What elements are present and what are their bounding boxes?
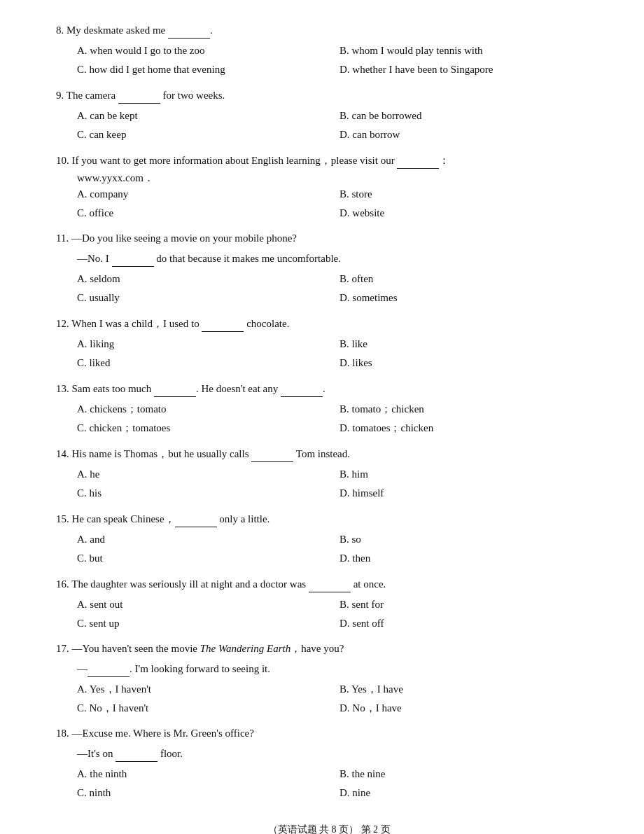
question-stem-line2: — . I'm looking forward to seeing it. <box>77 660 602 677</box>
option-c: C. how did I get home that evening <box>77 60 340 79</box>
option-a: A. he <box>77 465 340 484</box>
question-15: 15. He can speak Chinese， only a little.… <box>56 510 602 568</box>
option-b: B. so <box>340 530 602 549</box>
question-stem: 10. If you want to get more information … <box>56 151 602 169</box>
footer: （英语试题 共 8 页） 第 2 页 <box>56 823 602 834</box>
option-d: D. then <box>340 549 602 568</box>
options: A. chickens；tomatoB. tomato；chickenC. ch… <box>77 400 602 438</box>
option-c: C. No，I haven't <box>77 699 340 718</box>
option-a: A. the ninth <box>77 765 340 784</box>
question-stem: 14. His name is Thomas，but he usually ca… <box>56 445 602 462</box>
options: A. Yes，I haven'tB. Yes，I haveC. No，I hav… <box>77 680 602 718</box>
option-a: A. can be kept <box>77 106 340 125</box>
option-b: B. tomato；chicken <box>340 400 602 419</box>
option-a: A. company <box>77 185 340 204</box>
question-stem: 13. Sam eats too much . He doesn't eat a… <box>56 380 602 397</box>
option-c: C. his <box>77 484 340 503</box>
question-12: 12. When I was a child，I used to chocola… <box>56 314 602 373</box>
question-stem-line2: —It's on floor. <box>77 744 602 762</box>
options: A. seldomB. oftenC. usuallyD. sometimes <box>77 270 602 307</box>
question-stem: 16. The daughter was seriously ill at ni… <box>56 575 602 592</box>
question-14: 14. His name is Thomas，but he usually ca… <box>56 445 602 503</box>
question-11: 11. —Do you like seeing a movie on your … <box>56 230 602 307</box>
question-stem-line2: —No. I do that because it makes me uncom… <box>77 249 602 267</box>
options: A. when would I go to the zooB. whom I w… <box>77 41 602 79</box>
option-b: B. can be borrowed <box>340 106 602 125</box>
option-d: D. tomatoes；chicken <box>340 419 602 438</box>
option-d: D. whether I have been to Singapore <box>340 60 602 79</box>
option-a: A. Yes，I haven't <box>77 680 340 699</box>
option-c: C. but <box>77 549 340 568</box>
question-stem: 17. —You haven't seen the movie The Wand… <box>56 640 602 657</box>
option-c: C. office <box>77 204 340 223</box>
options: A. likingB. likeC. likedD. likes <box>77 335 602 373</box>
option-c: C. usually <box>77 289 340 307</box>
option-c: C. can keep <box>77 125 340 144</box>
option-a: A. sent out <box>77 595 340 614</box>
question-8: 8. My deskmate asked me .A. when would I… <box>56 21 602 79</box>
option-b: B. him <box>340 465 602 484</box>
option-a: A. liking <box>77 335 340 354</box>
question-stem: 12. When I was a child，I used to chocola… <box>56 314 602 332</box>
option-d: D. can borrow <box>340 125 602 144</box>
question-stem: 18. —Excuse me. Where is Mr. Green's off… <box>56 725 602 742</box>
option-b: B. store <box>340 185 602 204</box>
options: A. andB. soC. butD. then <box>77 530 602 568</box>
question-stem: 15. He can speak Chinese， only a little. <box>56 510 602 527</box>
option-c: C. ninth <box>77 784 340 802</box>
options: A. companyB. storeC. officeD. website <box>77 185 602 223</box>
question-9: 9. The camera for two weeks.A. can be ke… <box>56 86 602 144</box>
option-b: B. sent for <box>340 595 602 614</box>
question-sub: www.yyxx.com． <box>77 172 602 185</box>
question-stem: 8. My deskmate asked me . <box>56 21 602 39</box>
option-a: A. seldom <box>77 270 340 289</box>
options: A. heB. himC. hisD. himself <box>77 465 602 503</box>
question-10: 10. If you want to get more information … <box>56 151 602 223</box>
options: A. can be keptB. can be borrowedC. can k… <box>77 106 602 144</box>
option-d: D. No，I have <box>340 699 602 718</box>
question-17: 17. —You haven't seen the movie The Wand… <box>56 640 602 718</box>
option-a: A. and <box>77 530 340 549</box>
option-a: A. when would I go to the zoo <box>77 41 340 60</box>
options: A. sent outB. sent forC. sent upD. sent … <box>77 595 602 633</box>
option-b: B. like <box>340 335 602 354</box>
option-d: D. nine <box>340 784 602 802</box>
option-c: C. sent up <box>77 614 340 633</box>
option-d: D. website <box>340 204 602 223</box>
option-b: B. whom I would play tennis with <box>340 41 602 60</box>
option-d: D. himself <box>340 484 602 503</box>
question-13: 13. Sam eats too much . He doesn't eat a… <box>56 380 602 438</box>
question-stem: 11. —Do you like seeing a movie on your … <box>56 230 602 246</box>
question-stem: 9. The camera for two weeks. <box>56 86 602 104</box>
option-b: B. the nine <box>340 765 602 784</box>
option-d: D. sometimes <box>340 289 602 307</box>
option-b: B. often <box>340 270 602 289</box>
option-b: B. Yes，I have <box>340 680 602 699</box>
question-18: 18. —Excuse me. Where is Mr. Green's off… <box>56 725 602 802</box>
option-d: D. likes <box>340 354 602 373</box>
option-c: C. chicken；tomatoes <box>77 419 340 438</box>
option-d: D. sent off <box>340 614 602 633</box>
question-16: 16. The daughter was seriously ill at ni… <box>56 575 602 633</box>
options: A. the ninthB. the nineC. ninthD. nine <box>77 765 602 802</box>
option-a: A. chickens；tomato <box>77 400 340 419</box>
option-c: C. liked <box>77 354 340 373</box>
